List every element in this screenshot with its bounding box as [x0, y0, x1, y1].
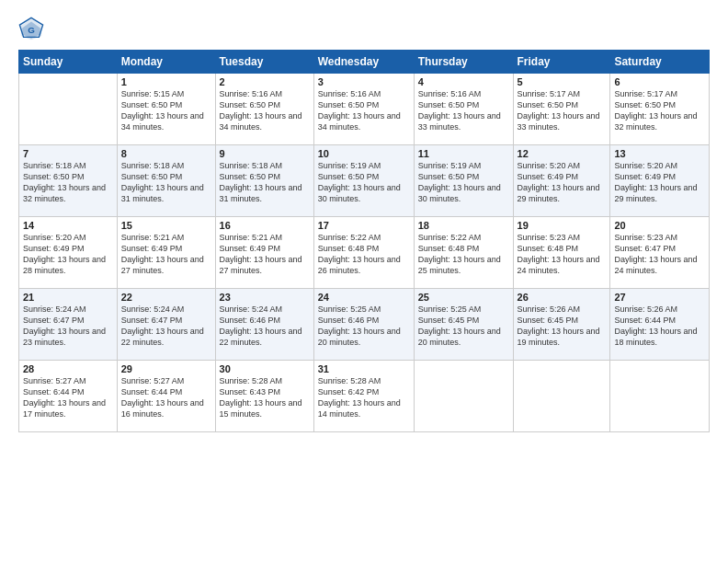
- calendar-cell: 23Sunrise: 5:24 AMSunset: 6:46 PMDayligh…: [215, 289, 313, 361]
- day-info: Sunrise: 5:22 AMSunset: 6:48 PMDaylight:…: [418, 232, 509, 277]
- svg-text:G: G: [28, 25, 35, 35]
- weekday-header-tuesday: Tuesday: [215, 51, 313, 74]
- day-info: Sunrise: 5:24 AMSunset: 6:47 PMDaylight:…: [121, 304, 211, 349]
- calendar-cell: 28Sunrise: 5:27 AMSunset: 6:44 PMDayligh…: [19, 361, 118, 432]
- calendar-cell: 30Sunrise: 5:28 AMSunset: 6:43 PMDayligh…: [215, 361, 313, 432]
- calendar-cell: 22Sunrise: 5:24 AMSunset: 6:47 PMDayligh…: [117, 289, 215, 361]
- day-info: Sunrise: 5:26 AMSunset: 6:45 PMDaylight:…: [518, 304, 607, 349]
- day-info: Sunrise: 5:17 AMSunset: 6:50 PMDaylight:…: [614, 88, 705, 133]
- day-number: 23: [220, 292, 310, 303]
- day-info: Sunrise: 5:24 AMSunset: 6:47 PMDaylight:…: [23, 304, 113, 349]
- calendar-cell: 8Sunrise: 5:18 AMSunset: 6:50 PMDaylight…: [117, 145, 215, 217]
- page-container: G SundayMondayTuesdayWednesdayThursdayFr…: [0, 0, 728, 442]
- day-number: 2: [220, 76, 310, 87]
- day-number: 25: [418, 292, 509, 303]
- calendar-cell: 17Sunrise: 5:22 AMSunset: 6:48 PMDayligh…: [313, 217, 414, 289]
- calendar-cell: 6Sunrise: 5:17 AMSunset: 6:50 PMDaylight…: [610, 74, 710, 145]
- calendar-cell: 9Sunrise: 5:18 AMSunset: 6:50 PMDaylight…: [215, 145, 313, 217]
- calendar-cell: 26Sunrise: 5:26 AMSunset: 6:45 PMDayligh…: [513, 289, 610, 361]
- day-number: 24: [318, 292, 410, 303]
- day-info: Sunrise: 5:21 AMSunset: 6:49 PMDaylight:…: [121, 232, 211, 277]
- day-number: 8: [121, 148, 211, 159]
- calendar-week-row: 14Sunrise: 5:20 AMSunset: 6:49 PMDayligh…: [19, 217, 710, 289]
- day-number: 26: [518, 292, 607, 303]
- calendar-cell: [414, 361, 513, 432]
- calendar-cell: 31Sunrise: 5:28 AMSunset: 6:42 PMDayligh…: [313, 361, 414, 432]
- calendar-table: SundayMondayTuesdayWednesdayThursdayFrid…: [18, 50, 710, 432]
- day-number: 15: [121, 220, 211, 231]
- weekday-header-wednesday: Wednesday: [313, 51, 414, 74]
- day-number: 13: [614, 148, 705, 159]
- day-number: 27: [614, 292, 705, 303]
- day-number: 21: [23, 292, 113, 303]
- day-info: Sunrise: 5:19 AMSunset: 6:50 PMDaylight:…: [418, 160, 509, 205]
- weekday-header-thursday: Thursday: [414, 51, 513, 74]
- day-info: Sunrise: 5:20 AMSunset: 6:49 PMDaylight:…: [614, 160, 705, 205]
- calendar-cell: 2Sunrise: 5:16 AMSunset: 6:50 PMDaylight…: [215, 74, 313, 145]
- day-info: Sunrise: 5:18 AMSunset: 6:50 PMDaylight:…: [23, 160, 113, 205]
- calendar-cell: 24Sunrise: 5:25 AMSunset: 6:46 PMDayligh…: [313, 289, 414, 361]
- calendar-cell: 21Sunrise: 5:24 AMSunset: 6:47 PMDayligh…: [19, 289, 118, 361]
- day-info: Sunrise: 5:19 AMSunset: 6:50 PMDaylight:…: [318, 160, 410, 205]
- day-number: 17: [318, 220, 410, 231]
- day-number: 22: [121, 292, 211, 303]
- day-number: 3: [318, 76, 410, 87]
- day-info: Sunrise: 5:24 AMSunset: 6:46 PMDaylight:…: [220, 304, 310, 349]
- calendar-cell: 11Sunrise: 5:19 AMSunset: 6:50 PMDayligh…: [414, 145, 513, 217]
- calendar-cell: 10Sunrise: 5:19 AMSunset: 6:50 PMDayligh…: [313, 145, 414, 217]
- weekday-header-saturday: Saturday: [610, 51, 710, 74]
- calendar-cell: 12Sunrise: 5:20 AMSunset: 6:49 PMDayligh…: [513, 145, 610, 217]
- weekday-header-friday: Friday: [513, 51, 610, 74]
- day-number: 30: [220, 363, 310, 374]
- day-number: 11: [418, 148, 509, 159]
- day-info: Sunrise: 5:27 AMSunset: 6:44 PMDaylight:…: [121, 375, 211, 420]
- calendar-cell: 29Sunrise: 5:27 AMSunset: 6:44 PMDayligh…: [117, 361, 215, 432]
- logo: G: [18, 17, 48, 42]
- day-number: 12: [518, 148, 607, 159]
- day-number: 14: [23, 220, 113, 231]
- day-number: 20: [614, 220, 705, 231]
- calendar-cell: 5Sunrise: 5:17 AMSunset: 6:50 PMDaylight…: [513, 74, 610, 145]
- day-info: Sunrise: 5:16 AMSunset: 6:50 PMDaylight:…: [318, 88, 410, 133]
- day-number: 7: [23, 148, 113, 159]
- header: G: [18, 17, 710, 42]
- day-number: 29: [121, 363, 211, 374]
- day-number: 4: [418, 76, 509, 87]
- day-number: 9: [220, 148, 310, 159]
- day-number: 28: [23, 363, 113, 374]
- day-number: 16: [220, 220, 310, 231]
- day-info: Sunrise: 5:20 AMSunset: 6:49 PMDaylight:…: [518, 160, 607, 205]
- logo-icon: G: [18, 17, 44, 42]
- day-number: 19: [518, 220, 607, 231]
- day-number: 1: [121, 76, 211, 87]
- calendar-cell: 16Sunrise: 5:21 AMSunset: 6:49 PMDayligh…: [215, 217, 313, 289]
- day-info: Sunrise: 5:25 AMSunset: 6:46 PMDaylight:…: [318, 304, 410, 349]
- day-info: Sunrise: 5:22 AMSunset: 6:48 PMDaylight:…: [318, 232, 410, 277]
- day-info: Sunrise: 5:15 AMSunset: 6:50 PMDaylight:…: [121, 88, 211, 133]
- day-info: Sunrise: 5:17 AMSunset: 6:50 PMDaylight:…: [518, 88, 607, 133]
- weekday-header-sunday: Sunday: [19, 51, 118, 74]
- day-info: Sunrise: 5:28 AMSunset: 6:43 PMDaylight:…: [220, 375, 310, 420]
- calendar-cell: 20Sunrise: 5:23 AMSunset: 6:47 PMDayligh…: [610, 217, 710, 289]
- day-number: 10: [318, 148, 410, 159]
- calendar-week-row: 28Sunrise: 5:27 AMSunset: 6:44 PMDayligh…: [19, 361, 710, 432]
- calendar-cell: [19, 74, 118, 145]
- day-info: Sunrise: 5:26 AMSunset: 6:44 PMDaylight:…: [614, 304, 705, 349]
- day-info: Sunrise: 5:16 AMSunset: 6:50 PMDaylight:…: [418, 88, 509, 133]
- day-info: Sunrise: 5:23 AMSunset: 6:48 PMDaylight:…: [518, 232, 607, 277]
- day-info: Sunrise: 5:18 AMSunset: 6:50 PMDaylight:…: [220, 160, 310, 205]
- calendar-week-row: 1Sunrise: 5:15 AMSunset: 6:50 PMDaylight…: [19, 74, 710, 145]
- calendar-week-row: 21Sunrise: 5:24 AMSunset: 6:47 PMDayligh…: [19, 289, 710, 361]
- day-info: Sunrise: 5:25 AMSunset: 6:45 PMDaylight:…: [418, 304, 509, 349]
- day-info: Sunrise: 5:18 AMSunset: 6:50 PMDaylight:…: [121, 160, 211, 205]
- calendar-week-row: 7Sunrise: 5:18 AMSunset: 6:50 PMDaylight…: [19, 145, 710, 217]
- calendar-cell: 25Sunrise: 5:25 AMSunset: 6:45 PMDayligh…: [414, 289, 513, 361]
- calendar-cell: 7Sunrise: 5:18 AMSunset: 6:50 PMDaylight…: [19, 145, 118, 217]
- day-number: 6: [614, 76, 705, 87]
- calendar-cell: 18Sunrise: 5:22 AMSunset: 6:48 PMDayligh…: [414, 217, 513, 289]
- day-info: Sunrise: 5:23 AMSunset: 6:47 PMDaylight:…: [614, 232, 705, 277]
- day-info: Sunrise: 5:27 AMSunset: 6:44 PMDaylight:…: [23, 375, 113, 420]
- day-info: Sunrise: 5:21 AMSunset: 6:49 PMDaylight:…: [220, 232, 310, 277]
- calendar-cell: 3Sunrise: 5:16 AMSunset: 6:50 PMDaylight…: [313, 74, 414, 145]
- day-number: 5: [518, 76, 607, 87]
